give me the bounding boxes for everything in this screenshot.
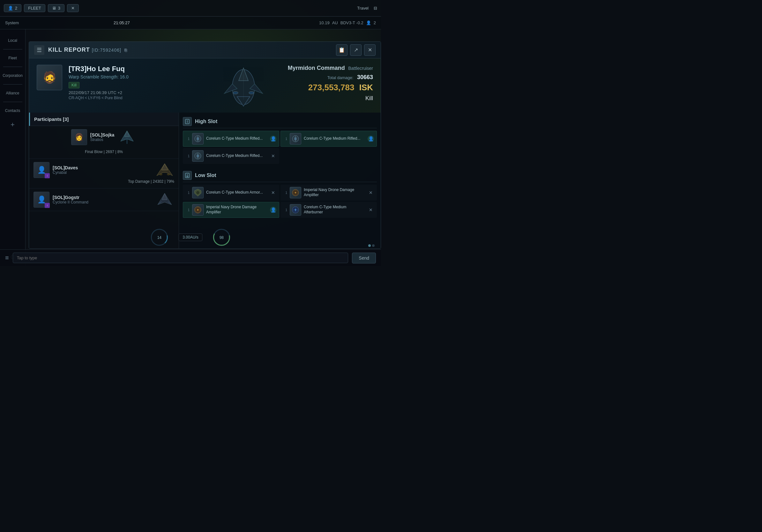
sidebar-divider-4 <box>3 102 22 102</box>
low-slot-item-1[interactable]: 1 Corelum C-Type Medium Armor... ✕ <box>183 185 279 201</box>
participant-name-sojka: [SOL]Sojka <box>90 132 114 137</box>
ship-svg <box>218 65 269 109</box>
kill-report-modal: ☰ KILL REPORT [ID:7592406] ⎘ 📋 ↗ ✕ 🧔 [TR… <box>29 41 381 249</box>
total-damage-label: Total damage: 30663 <box>288 74 373 81</box>
slot-action-low-3[interactable]: 👤 <box>270 207 276 213</box>
participant-ship-daves: Cynabal <box>53 170 152 175</box>
svg-point-13 <box>159 173 162 175</box>
slot-action-low-1[interactable]: ✕ <box>270 189 276 196</box>
list-item[interactable]: 👤 i [SOL]Daves Cynabal <box>29 159 179 188</box>
victim-stats: Myrmidon Command Battlecruiser Total dam… <box>288 65 373 102</box>
modal-close-btn[interactable]: ✕ <box>364 44 376 56</box>
slot-name-low-3: Imperial Navy Drone Damage Amplifier <box>206 205 267 215</box>
sidebar-item-contacts[interactable]: Contacts <box>0 104 25 117</box>
low-slot-num-2: 1 <box>283 191 287 195</box>
sidebar-item-alliance[interactable]: Alliance <box>0 87 25 99</box>
person-icon: 👤 <box>8 6 13 11</box>
close-top-btn[interactable]: ✕ <box>67 4 79 12</box>
fleet-label: FLEET <box>28 6 41 11</box>
low-slot-section: Low Slot 1 Corelum C-Type Medium Armor..… <box>179 166 381 220</box>
high-slot-item-2[interactable]: 1 Corelum C-Type Medium Rifled... 👤 <box>280 131 377 147</box>
contacts-label: Contacts <box>5 108 20 113</box>
system-label: System <box>5 21 19 25</box>
top-bar: 👤 2 FLEET 🖥 3 ✕ Travel ⊟ <box>0 0 381 17</box>
dot-indicator <box>368 244 375 247</box>
svg-point-44 <box>295 209 296 211</box>
svg-point-41 <box>197 209 199 211</box>
high-slot-icon <box>183 117 192 126</box>
slot-icon-item-3 <box>192 150 203 162</box>
au-value: 10.19 <box>319 21 330 25</box>
bottom-menu-icon[interactable]: ≡ <box>5 254 9 262</box>
ship-class: Myrmidon Command <box>288 65 345 71</box>
participant-stats-sojka: Final Blow | 2697 | 8% <box>85 148 123 155</box>
high-slot-section: High Slot 1 Corelum C-Type M <box>179 112 381 166</box>
list-item[interactable]: 👩 [SOL]Sojka Stratios <box>29 126 179 159</box>
dot-2 <box>372 244 375 247</box>
sidebar-item-corporation[interactable]: Corporation <box>0 70 25 82</box>
location-area: 10.19 AU BDV3-T -0.2 👤 2 <box>319 21 376 25</box>
participant-ship-sojka: Stratios <box>90 137 114 142</box>
high-slot-item-3[interactable]: 1 Corelum C-Type Medium Rifled... ✕ <box>183 148 279 164</box>
clipboard-btn[interactable]: 📋 <box>336 44 347 56</box>
participant-info-gogstr: [SOL]Gogstr Cyclone II Command <box>53 195 152 204</box>
send-btn[interactable]: Send <box>352 253 376 263</box>
low-slot-header: Low Slot <box>183 169 377 182</box>
low-slot-item-4[interactable]: 1 Corelum C-Type Medium Afterburner ✕ <box>280 202 377 218</box>
chat-input[interactable] <box>13 253 348 263</box>
slot-action-high-1[interactable]: 👤 <box>270 136 276 142</box>
kill-badge: Kill <box>69 82 79 88</box>
location-name: BDV3-T -0.2 <box>341 21 363 25</box>
participant-stats-daves: Top Damage | 24302 | 79% <box>34 178 174 185</box>
slot-action-high-2[interactable]: 👤 <box>368 136 374 142</box>
slot-action-low-4[interactable]: ✕ <box>368 207 374 213</box>
equipment-panel: High Slot 1 Corelum C-Type M <box>179 112 381 248</box>
fleet-btn[interactable]: FLEET <box>24 4 45 12</box>
corelum-gun-icon <box>193 134 202 143</box>
isk-unit: ISK <box>359 83 373 92</box>
filter-icon[interactable]: ⊟ <box>374 6 377 11</box>
ship-image <box>215 62 272 112</box>
low-slot-icon-item-4 <box>290 204 301 216</box>
participant-ship-img-gogstr <box>155 193 174 207</box>
corelum-gun-icon-3 <box>193 152 202 161</box>
dot-1 <box>368 244 371 247</box>
copy-id-icon[interactable]: ⎘ <box>124 48 127 53</box>
slot-name-low-1: Corelum C-Type Medium Armor... <box>206 190 267 195</box>
participant-ship-img-sojka <box>117 130 137 145</box>
local-label: Local <box>8 38 17 43</box>
victim-area: 🧔 [TR3]Ho Lee Fuq Warp Scramble Strength… <box>29 58 381 112</box>
window-icon: 🖥 <box>52 6 56 11</box>
list-item[interactable]: 👤 i [SOL]Gogstr Cyclone II Command <box>29 188 179 211</box>
sidebar-item-local[interactable]: Local <box>0 34 25 46</box>
low-slot-item-3[interactable]: 1 Imperial Navy Drone Damage Amplifier 👤 <box>183 202 279 218</box>
low-slot-item-2[interactable]: 1 Imperial Navy Drone Damage Amplifier ✕ <box>280 185 377 201</box>
export-btn[interactable]: ↗ <box>350 44 361 56</box>
participants-panel: Participants [3] 👩 [SOL]Sojka Stratios <box>29 112 179 248</box>
slot-action-low-2[interactable]: ✕ <box>368 189 374 196</box>
shield-down-icon <box>185 172 190 178</box>
low-slot-num-1: 1 <box>186 191 190 195</box>
slot-action-high-3[interactable]: ✕ <box>270 153 276 159</box>
participant-portrait-sojka: 👩 <box>71 129 87 145</box>
slot-name-high-1: Corelum C-Type Medium Rifled... <box>206 136 267 141</box>
window-count-btn[interactable]: 🖥 3 <box>48 4 64 12</box>
high-slot-label: High Slot <box>195 119 217 124</box>
au-unit: AU <box>332 21 338 25</box>
sidebar-item-fleet[interactable]: Fleet <box>0 52 25 64</box>
slot-num-3: 1 <box>186 154 190 158</box>
drone-amp-icon <box>291 188 300 197</box>
low-slot-icon-item-2 <box>290 187 301 198</box>
system-bar: System 21:05:27 10.19 AU BDV3-T -0.2 👤 2 <box>0 17 381 29</box>
slot-name-high-3: Corelum C-Type Medium Rifled... <box>206 154 267 159</box>
player-count-btn[interactable]: 👤 2 <box>4 4 21 12</box>
high-slot-item-1[interactable]: 1 Corelum C-Type Medium Rifled... 👤 <box>183 131 279 147</box>
corporation-label: Corporation <box>3 73 23 78</box>
modal-header: ☰ KILL REPORT [ID:7592406] ⎘ 📋 ↗ ✕ <box>29 42 381 58</box>
sidebar-add-btn[interactable]: + <box>11 120 15 129</box>
top-right-area: Travel ⊟ <box>357 6 377 11</box>
low-slot-num-4: 1 <box>283 208 287 212</box>
location-count: 2 <box>374 21 376 25</box>
sidebar-divider-1 <box>3 49 22 49</box>
hamburger-menu-btn[interactable]: ☰ <box>34 45 44 55</box>
